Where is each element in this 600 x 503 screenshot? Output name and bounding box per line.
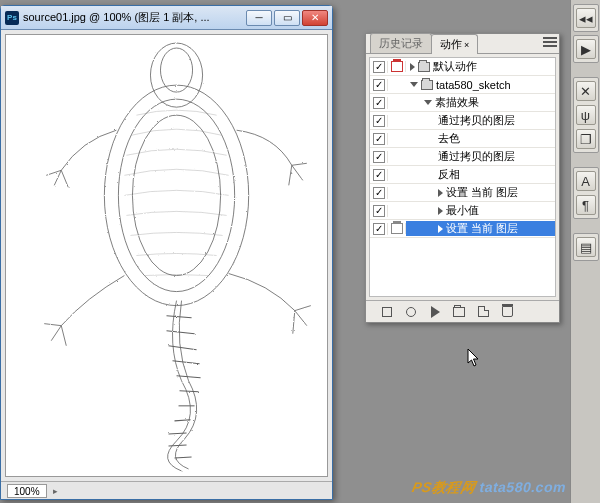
canvas[interactable]	[5, 34, 328, 477]
stop-button[interactable]	[380, 305, 394, 319]
row-main: 去色	[406, 131, 555, 146]
dialog-cell[interactable]	[388, 61, 406, 72]
row-label: 通过拷贝的图层	[438, 149, 515, 164]
mouse-cursor-icon	[467, 348, 481, 368]
row-label: tata580_sketch	[436, 79, 511, 91]
toggle-cell[interactable]	[370, 223, 388, 235]
folder-icon	[418, 62, 430, 72]
type-icon[interactable]: A	[576, 171, 596, 191]
check-icon	[373, 133, 385, 145]
status-bar: 100% ▸	[1, 481, 332, 499]
check-icon	[373, 115, 385, 127]
check-icon	[373, 187, 385, 199]
row-main: 通过拷贝的图层	[406, 149, 555, 164]
layers-icon[interactable]: ❐	[576, 129, 596, 149]
check-icon	[373, 169, 385, 181]
check-icon	[373, 223, 385, 235]
close-button[interactable]: ✕	[302, 10, 328, 26]
twist-right-icon[interactable]	[410, 63, 415, 71]
document-window: Ps source01.jpg @ 100% (图层 1 副本, ... ─ ▭…	[0, 5, 333, 500]
twist-down-icon[interactable]	[410, 82, 418, 87]
dialog-cell[interactable]	[388, 223, 406, 234]
action-row[interactable]: 最小值	[370, 202, 555, 220]
watermark: PS教程网 tata580.com	[410, 479, 568, 497]
tab-close-icon[interactable]: ×	[464, 40, 469, 50]
new-set-button[interactable]	[452, 305, 466, 319]
toggle-cell[interactable]	[370, 205, 388, 217]
row-label: 默认动作	[433, 59, 477, 74]
svg-rect-0	[6, 35, 327, 476]
row-label: 通过拷贝的图层	[438, 113, 515, 128]
minimize-button[interactable]: ─	[246, 10, 272, 26]
tab-history[interactable]: 历史记录	[370, 33, 432, 53]
window-controls: ─ ▭ ✕	[246, 10, 328, 26]
panel-footer	[366, 300, 559, 322]
row-label: 反相	[438, 167, 460, 182]
toggle-cell[interactable]	[370, 133, 388, 145]
toggle-cell[interactable]	[370, 97, 388, 109]
toolbar-group-5: ▤	[573, 233, 599, 261]
twist-right-icon[interactable]	[438, 225, 443, 233]
toggle-cell[interactable]	[370, 151, 388, 163]
row-label: 去色	[438, 131, 460, 146]
check-icon	[373, 151, 385, 163]
tools-icon[interactable]: ✕	[576, 81, 596, 101]
action-row[interactable]: 设置 当前 图层	[370, 184, 555, 202]
row-main: 素描效果	[406, 95, 555, 110]
toolbar-group-1: ◂◂	[573, 4, 599, 32]
brush-icon[interactable]: ψ	[576, 105, 596, 125]
toggle-cell[interactable]	[370, 115, 388, 127]
panel-tabs: 历史记录 动作×	[366, 34, 559, 54]
actions-list[interactable]: 默认动作tata580_sketch素描效果通过拷贝的图层去色通过拷贝的图层反相…	[369, 57, 556, 297]
action-row[interactable]: 反相	[370, 166, 555, 184]
check-icon	[373, 205, 385, 217]
twist-right-icon[interactable]	[438, 207, 443, 215]
row-label: 设置 当前 图层	[446, 185, 518, 200]
row-main: 反相	[406, 167, 555, 182]
titlebar[interactable]: Ps source01.jpg @ 100% (图层 1 副本, ... ─ ▭…	[1, 6, 332, 30]
tab-actions[interactable]: 动作×	[431, 34, 478, 54]
right-toolbar: ◂◂ ▶ ✕ ψ ❐ A ¶ ▤	[570, 0, 600, 503]
folder-icon	[421, 80, 433, 90]
row-main: 默认动作	[406, 59, 555, 74]
row-main: 最小值	[406, 203, 555, 218]
toolbar-group-4: A ¶	[573, 167, 599, 219]
check-icon	[373, 79, 385, 91]
window-title: source01.jpg @ 100% (图层 1 副本, ...	[23, 10, 242, 25]
paragraph-icon[interactable]: ¶	[576, 195, 596, 215]
toggle-cell[interactable]	[370, 187, 388, 199]
play-panel-icon[interactable]: ▶	[576, 39, 596, 59]
panel-icon[interactable]: ▤	[576, 237, 596, 257]
status-arrow-icon[interactable]: ▸	[53, 486, 58, 496]
action-row[interactable]: 素描效果	[370, 94, 555, 112]
twist-right-icon[interactable]	[438, 189, 443, 197]
twist-down-icon[interactable]	[424, 100, 432, 105]
watermark-text: PS教程网	[410, 479, 477, 495]
row-main: 设置 当前 图层	[406, 185, 555, 200]
check-icon	[373, 61, 385, 73]
action-row[interactable]: 设置 当前 图层	[370, 220, 555, 238]
action-row[interactable]: 通过拷贝的图层	[370, 112, 555, 130]
toolbar-group-3: ✕ ψ ❐	[573, 77, 599, 153]
toggle-cell[interactable]	[370, 79, 388, 91]
row-main: tata580_sketch	[406, 79, 555, 91]
action-row[interactable]: 通过拷贝的图层	[370, 148, 555, 166]
play-button[interactable]	[428, 305, 442, 319]
new-action-button[interactable]	[476, 305, 490, 319]
delete-button[interactable]	[500, 305, 514, 319]
watermark-url: tata580.com	[478, 479, 568, 495]
action-row[interactable]: 默认动作	[370, 58, 555, 76]
toggle-cell[interactable]	[370, 169, 388, 181]
action-row[interactable]: tata580_sketch	[370, 76, 555, 94]
maximize-button[interactable]: ▭	[274, 10, 300, 26]
panel-menu-icon[interactable]	[543, 36, 557, 48]
action-row[interactable]: 去色	[370, 130, 555, 148]
row-main: 通过拷贝的图层	[406, 113, 555, 128]
toolbar-group-2: ▶	[573, 35, 599, 63]
zoom-field[interactable]: 100%	[7, 484, 47, 498]
toggle-cell[interactable]	[370, 61, 388, 73]
dialog-icon	[391, 223, 403, 234]
row-main: 设置 当前 图层	[406, 221, 555, 236]
record-button[interactable]	[404, 305, 418, 319]
expand-dock-icon[interactable]: ◂◂	[576, 8, 596, 28]
